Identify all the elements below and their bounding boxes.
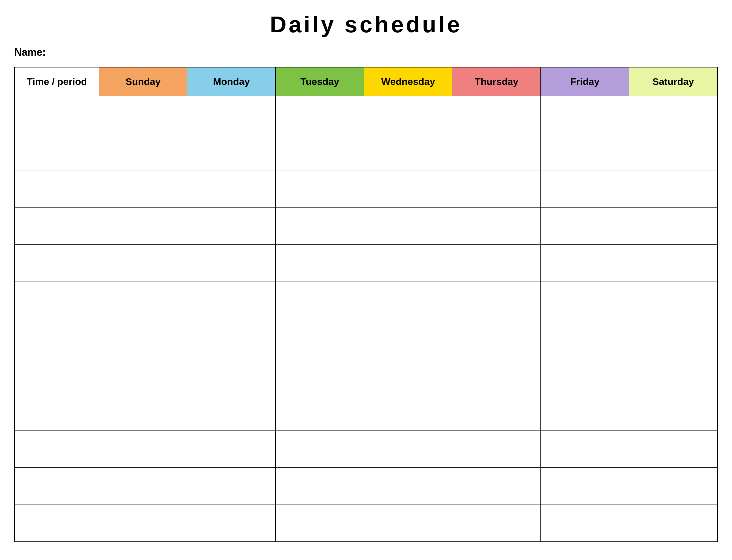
table-row [15, 96, 717, 133]
schedule-cell[interactable] [99, 393, 187, 430]
schedule-cell[interactable] [629, 282, 717, 319]
schedule-cell[interactable] [99, 207, 187, 244]
schedule-cell[interactable] [364, 319, 452, 356]
schedule-cell[interactable] [452, 282, 541, 319]
schedule-cell[interactable] [364, 505, 452, 542]
time-cell[interactable] [15, 467, 99, 505]
schedule-cell[interactable] [276, 319, 364, 356]
schedule-cell[interactable] [541, 96, 629, 133]
schedule-cell[interactable] [187, 170, 276, 207]
schedule-cell[interactable] [452, 133, 541, 170]
schedule-cell[interactable] [452, 96, 541, 133]
schedule-cell[interactable] [629, 467, 717, 505]
schedule-cell[interactable] [187, 282, 276, 319]
schedule-cell[interactable] [187, 467, 276, 505]
schedule-cell[interactable] [99, 319, 187, 356]
schedule-cell[interactable] [452, 170, 541, 207]
schedule-cell[interactable] [276, 467, 364, 505]
schedule-cell[interactable] [629, 133, 717, 170]
schedule-cell[interactable] [629, 170, 717, 207]
schedule-cell[interactable] [364, 96, 452, 133]
schedule-cell[interactable] [99, 356, 187, 393]
schedule-cell[interactable] [187, 319, 276, 356]
schedule-cell[interactable] [99, 505, 187, 542]
schedule-cell[interactable] [276, 96, 364, 133]
schedule-cell[interactable] [276, 207, 364, 244]
schedule-cell[interactable] [99, 170, 187, 207]
schedule-cell[interactable] [364, 133, 452, 170]
schedule-cell[interactable] [276, 133, 364, 170]
schedule-cell[interactable] [99, 282, 187, 319]
schedule-cell[interactable] [276, 356, 364, 393]
schedule-cell[interactable] [452, 319, 541, 356]
schedule-cell[interactable] [629, 244, 717, 282]
schedule-cell[interactable] [187, 133, 276, 170]
schedule-cell[interactable] [541, 393, 629, 430]
schedule-cell[interactable] [629, 505, 717, 542]
schedule-cell[interactable] [364, 467, 452, 505]
schedule-cell[interactable] [541, 319, 629, 356]
schedule-cell[interactable] [452, 467, 541, 505]
schedule-cell[interactable] [99, 96, 187, 133]
schedule-cell[interactable] [541, 244, 629, 282]
schedule-cell[interactable] [452, 430, 541, 467]
schedule-cell[interactable] [452, 393, 541, 430]
time-cell[interactable] [15, 133, 99, 170]
time-cell[interactable] [15, 170, 99, 207]
schedule-cell[interactable] [364, 430, 452, 467]
schedule-cell[interactable] [452, 356, 541, 393]
schedule-cell[interactable] [99, 244, 187, 282]
schedule-cell[interactable] [99, 133, 187, 170]
schedule-cell[interactable] [276, 393, 364, 430]
schedule-cell[interactable] [452, 207, 541, 244]
schedule-cell[interactable] [541, 505, 629, 542]
schedule-cell[interactable] [276, 430, 364, 467]
schedule-cell[interactable] [187, 96, 276, 133]
schedule-cell[interactable] [276, 505, 364, 542]
schedule-cell[interactable] [541, 207, 629, 244]
schedule-cell[interactable] [187, 505, 276, 542]
time-cell[interactable] [15, 319, 99, 356]
schedule-cell[interactable] [541, 282, 629, 319]
schedule-cell[interactable] [629, 393, 717, 430]
time-cell[interactable] [15, 393, 99, 430]
schedule-cell[interactable] [629, 430, 717, 467]
schedule-cell[interactable] [364, 282, 452, 319]
schedule-cell[interactable] [99, 467, 187, 505]
schedule-cell[interactable] [629, 207, 717, 244]
schedule-cell[interactable] [452, 244, 541, 282]
schedule-cell[interactable] [364, 207, 452, 244]
time-cell[interactable] [15, 207, 99, 244]
schedule-cell[interactable] [187, 430, 276, 467]
schedule-cell[interactable] [629, 96, 717, 133]
schedule-cell[interactable] [364, 356, 452, 393]
schedule-cell[interactable] [541, 430, 629, 467]
schedule-cell[interactable] [187, 207, 276, 244]
schedule-cell[interactable] [629, 356, 717, 393]
time-cell[interactable] [15, 505, 99, 542]
schedule-cell[interactable] [364, 170, 452, 207]
schedule-cell[interactable] [276, 282, 364, 319]
header-tuesday: Tuesday [276, 67, 364, 96]
schedule-cell[interactable] [187, 393, 276, 430]
schedule-cell[interactable] [541, 356, 629, 393]
schedule-cell[interactable] [541, 133, 629, 170]
schedule-cell[interactable] [541, 170, 629, 207]
schedule-cell[interactable] [364, 244, 452, 282]
table-row [15, 133, 717, 170]
time-cell[interactable] [15, 96, 99, 133]
schedule-cell[interactable] [452, 505, 541, 542]
schedule-cell[interactable] [99, 430, 187, 467]
schedule-cell[interactable] [276, 244, 364, 282]
time-cell[interactable] [15, 430, 99, 467]
schedule-cell[interactable] [541, 467, 629, 505]
time-cell[interactable] [15, 282, 99, 319]
table-row [15, 282, 717, 319]
schedule-cell[interactable] [276, 170, 364, 207]
time-cell[interactable] [15, 356, 99, 393]
time-cell[interactable] [15, 244, 99, 282]
schedule-cell[interactable] [187, 356, 276, 393]
schedule-cell[interactable] [187, 244, 276, 282]
schedule-cell[interactable] [629, 319, 717, 356]
schedule-cell[interactable] [364, 393, 452, 430]
